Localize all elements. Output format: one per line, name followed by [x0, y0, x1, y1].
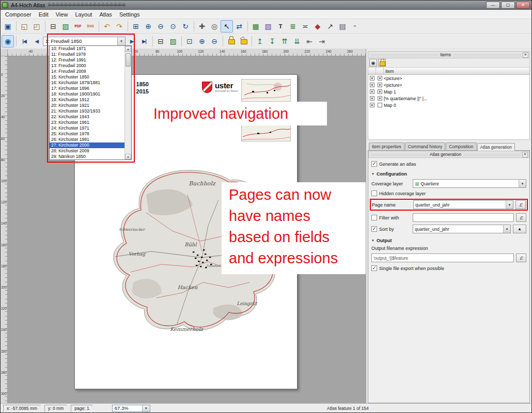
refresh-view-button[interactable]: ↻ [179, 20, 192, 33]
toggle-visibility-button[interactable]: ◉ [369, 59, 377, 67]
add-html-button[interactable]: ‹› [349, 20, 361, 33]
align-right-button[interactable]: ⇥ [316, 35, 328, 47]
dropdown-item[interactable]: 22: Kirchuster 1943 [50, 114, 124, 120]
item-row[interactable]: ✕ ✕ [% quartiername ||'' |... [368, 95, 529, 102]
lock-checkbox[interactable]: ✕ [378, 76, 382, 81]
lock-checkbox[interactable]: ✕ [378, 89, 382, 94]
hidden-coverage-checkbox[interactable]: Hidden coverage layer [371, 190, 526, 196]
zoom-actual-button[interactable]: ⊙ [167, 20, 179, 33]
filter-expression-button[interactable]: ε [516, 213, 526, 222]
menu-layout[interactable]: Layout [71, 11, 96, 18]
dropdown-item[interactable]: 23: Kirchuster 1961 [50, 120, 124, 125]
load-template-button[interactable]: ◱ [18, 20, 30, 33]
print-button[interactable]: ⊟ [47, 20, 59, 33]
output-filename-input[interactable]: 'output_'||$feature [371, 253, 514, 262]
item-row[interactable]: ✕ Map 0 [368, 102, 529, 108]
atlas-prev-button[interactable]: ◀ [30, 35, 43, 47]
dropdown-item[interactable]: 27: Kirchuster 2000 [50, 142, 124, 148]
dropdown-item[interactable]: 11: Freudwil 1978 [50, 52, 124, 57]
scroll-up-icon[interactable] [125, 46, 131, 52]
print-atlas-button[interactable]: ⊟ [154, 35, 167, 47]
menu-settings[interactable]: Settings [116, 11, 144, 18]
dropdown-item[interactable]: 10: Freudwil 1971 [50, 46, 124, 52]
zoom-tool-button[interactable]: ◎ [208, 20, 221, 33]
redo-button[interactable]: ↷ [113, 20, 126, 33]
tab-command-history[interactable]: Command history [405, 142, 446, 150]
zoom-in-2-button[interactable]: ⊕ [196, 35, 208, 47]
dropdown-item[interactable]: 17: Kirchuster 1896 [50, 86, 124, 91]
dropdown-item[interactable]: 20: Kirchuster 1921 [50, 103, 124, 108]
lock-checkbox[interactable] [378, 103, 382, 107]
maximize-button[interactable]: ▢ [501, 2, 515, 9]
export-image-button[interactable]: ▨ [59, 20, 72, 33]
dropdown-item[interactable]: 21: Kirchuster 1932/1933 [50, 108, 124, 114]
sort-by-combobox[interactable]: quartier_und_jahr [413, 225, 511, 233]
lock-checkbox[interactable]: ✕ [378, 83, 382, 87]
chevron-down-icon[interactable] [503, 225, 510, 233]
dropdown-item[interactable]: 13: Freudwil 2000 [50, 63, 124, 69]
atlas-first-button[interactable]: |◀ [18, 35, 30, 47]
export-atlas-button[interactable]: ▨ [167, 35, 179, 47]
dropdown-item[interactable]: 18: Kirchuster 1900/1901 [50, 91, 124, 97]
lower-items-button[interactable]: ↧ [266, 35, 278, 47]
page-name-expression-button[interactable]: ε [515, 200, 526, 209]
dropdown-scrollbar[interactable] [124, 46, 131, 160]
add-label-button[interactable]: T [274, 20, 287, 33]
output-group-header[interactable]: Output [371, 238, 526, 243]
atlas-last-button[interactable]: ▶| [138, 35, 150, 47]
dropdown-item[interactable]: 15: Kirchuster 1850 [50, 74, 124, 80]
save-button[interactable]: ▣ [2, 20, 14, 33]
coverage-layer-combobox[interactable]: ▦ Quartiere [413, 179, 526, 188]
filter-expression-input[interactable] [413, 213, 514, 222]
add-scalebar-button[interactable]: ≍ [299, 20, 311, 33]
zoom-out-button[interactable]: ⊖ [154, 20, 167, 33]
zoom-full-button[interactable]: ⊞ [130, 20, 142, 33]
dropdown-item[interactable]: 25: Kirchuster 1978 [50, 131, 124, 137]
lock-selected-items-button[interactable] [225, 35, 237, 47]
menu-edit[interactable]: Edit [35, 11, 52, 18]
add-shape-button[interactable]: ◆ [311, 20, 324, 33]
item-row[interactable]: ✕ ✕ Map 1 [368, 88, 529, 95]
generate-atlas-checkbox[interactable]: ✓ Generate an atlas [371, 161, 526, 167]
align-left-button[interactable]: ⇤ [303, 35, 316, 47]
minimize-button[interactable]: — [486, 2, 500, 9]
zoom-out-2-button[interactable]: ⊖ [208, 35, 221, 47]
close-button[interactable]: ✕ [516, 2, 530, 9]
visibility-checkbox[interactable]: ✕ [370, 103, 374, 107]
select-move-item-button[interactable]: ↖ [221, 20, 233, 33]
move-to-back-button[interactable]: ⇊ [291, 35, 303, 47]
tab-item-properties[interactable]: Item properties [369, 142, 404, 150]
output-expression-button[interactable]: ε [516, 253, 526, 262]
tab-composition[interactable]: Composition [446, 142, 476, 150]
dropdown-item[interactable]: 29: Nänikon 1850 [50, 154, 124, 160]
tab-atlas-generation[interactable]: Atlas generation [477, 143, 515, 151]
close-icon[interactable] [523, 52, 528, 58]
chevron-down-icon[interactable] [506, 201, 513, 209]
scrollbar-thumb[interactable] [126, 53, 131, 67]
visibility-checkbox[interactable]: ✕ [370, 83, 374, 87]
undo-button[interactable]: ↶ [101, 20, 113, 33]
single-file-checkbox[interactable]: ✓ Single file export when possible [371, 265, 526, 271]
move-to-front-button[interactable]: ⇈ [278, 35, 291, 47]
menu-atlas[interactable]: Atlas [96, 11, 115, 18]
save-template-button[interactable]: ◰ [30, 20, 43, 33]
page-name-combobox[interactable]: quartier_und_jahr [413, 200, 513, 209]
dropdown-item[interactable]: 16: Kirchuster 1879/1881 [50, 80, 124, 86]
dropdown-item[interactable]: 24: Kirchuster 1971 [50, 125, 124, 131]
zoom-in-button[interactable]: ⊕ [142, 20, 154, 33]
add-table-button[interactable]: ▤ [336, 20, 349, 33]
close-icon[interactable] [522, 152, 528, 157]
sort-direction-button[interactable]: ▲ [513, 225, 526, 233]
menu-composer[interactable]: Composer [2, 11, 35, 18]
zoom-combobox[interactable]: 67.3% [112, 405, 150, 412]
menu-view[interactable]: View [52, 11, 72, 18]
visibility-checkbox[interactable]: ✕ [370, 96, 374, 101]
visibility-checkbox[interactable]: ✕ [370, 89, 374, 94]
sort-by-checkbox[interactable]: ✓ Sort by [371, 226, 411, 232]
pan-tool-button[interactable]: ✚ [196, 20, 208, 33]
dropdown-item[interactable]: 19: Kirchuster 1912 [50, 97, 124, 103]
filter-with-checkbox[interactable]: Filter with [371, 215, 411, 220]
scroll-down-icon[interactable] [125, 154, 131, 160]
dropdown-item[interactable]: 28: Kirchuster 2009 [50, 148, 124, 154]
atlas-feature-combobox[interactable]: 1: Freudwil 1850 [43, 37, 126, 46]
